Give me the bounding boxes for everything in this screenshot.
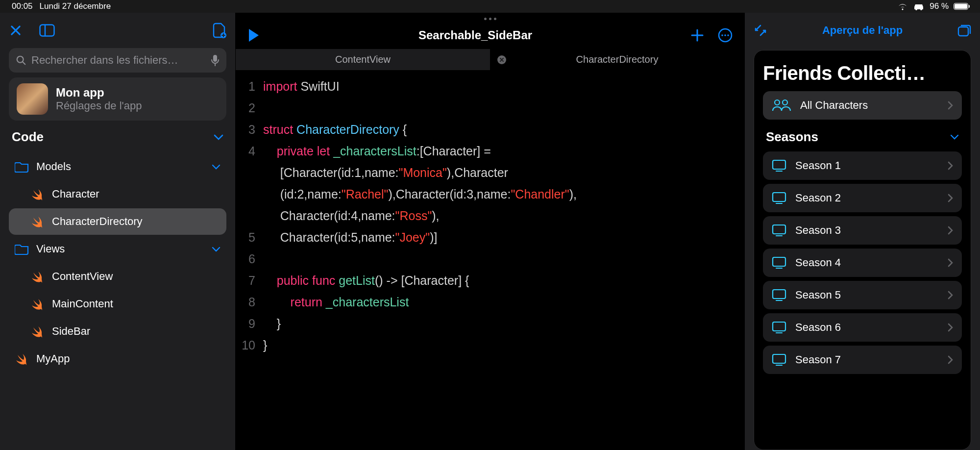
tv-icon — [772, 321, 786, 334]
season-row[interactable]: Season 1 — [763, 151, 962, 180]
chevron-right-icon — [948, 161, 953, 170]
search-input-container[interactable] — [9, 48, 226, 73]
season-label: Season 2 — [795, 192, 841, 204]
chevron-right-icon — [948, 355, 953, 364]
season-row[interactable]: Season 3 — [763, 216, 962, 245]
season-row[interactable]: Season 6 — [763, 313, 962, 342]
folder-label: Models — [36, 160, 71, 173]
season-label: Season 4 — [795, 256, 841, 269]
folder-views[interactable]: Views — [9, 236, 226, 262]
season-row[interactable]: Season 5 — [763, 281, 962, 309]
svg-rect-20 — [773, 257, 785, 266]
line-gutter: 1 2 3 4 5 6 7 8 9 10 — [236, 75, 263, 450]
svg-rect-14 — [773, 160, 785, 169]
code-section-header[interactable]: Code — [9, 125, 226, 149]
tv-icon — [772, 224, 786, 237]
windows-icon[interactable] — [957, 24, 971, 37]
file-my-app[interactable]: MyApp — [9, 346, 226, 372]
svg-rect-0 — [40, 25, 54, 36]
app-preview: Friends Collecti… All Characters Seasons — [754, 50, 971, 450]
svg-rect-18 — [773, 225, 785, 234]
all-characters-row[interactable]: All Characters — [763, 91, 962, 120]
app-card-title: Mon app — [56, 86, 142, 100]
file-character[interactable]: Character — [9, 181, 226, 207]
svg-rect-16 — [773, 193, 785, 201]
folder-models[interactable]: Models — [9, 153, 226, 180]
sidebar-toggle-icon[interactable] — [39, 24, 55, 37]
editor-panel: Searchable_SideBar ContentView Character… — [235, 13, 745, 450]
search-icon — [16, 55, 26, 66]
swift-file-icon — [30, 187, 45, 201]
chevron-down-icon — [214, 134, 223, 140]
status-date: Lundi 27 décembre — [40, 1, 111, 11]
file-label: Character — [52, 188, 99, 200]
tab-content-view[interactable]: ContentView — [236, 49, 490, 70]
chevron-down-icon — [950, 134, 959, 140]
chevron-right-icon — [948, 226, 953, 235]
project-title: Searchable_SideBar — [269, 28, 682, 42]
season-row[interactable]: Season 7 — [763, 346, 962, 374]
preview-title: Aperçu de l'app — [822, 24, 903, 37]
tv-icon — [772, 289, 786, 301]
close-tab-icon[interactable] — [497, 55, 507, 65]
new-file-icon[interactable] — [213, 23, 226, 38]
drag-handle-icon[interactable] — [236, 13, 744, 22]
status-time: 00:05 — [12, 1, 33, 11]
people-icon — [772, 99, 791, 112]
chevron-down-icon — [212, 247, 220, 252]
file-character-directory[interactable]: CharacterDirectory — [9, 208, 226, 235]
svg-point-12 — [775, 100, 780, 105]
more-options-icon[interactable] — [718, 28, 733, 43]
carplay-icon — [913, 2, 925, 10]
chevron-down-icon — [212, 164, 220, 170]
swift-file-icon — [30, 297, 45, 311]
add-button[interactable] — [690, 28, 704, 42]
file-label: MainContent — [52, 298, 113, 310]
status-bar: 00:05 Lundi 27 décembre 96 % — [0, 0, 980, 13]
folder-icon — [15, 243, 29, 255]
app-icon — [17, 83, 48, 115]
code-editor[interactable]: 1 2 3 4 5 6 7 8 9 10 import SwiftUI stru… — [236, 71, 744, 450]
tv-icon — [772, 256, 786, 269]
tab-character-directory[interactable]: CharacterDirectory — [490, 49, 744, 70]
mic-icon[interactable] — [211, 54, 220, 66]
swift-file-icon — [30, 269, 45, 284]
code-body[interactable]: import SwiftUI struct CharacterDirectory… — [263, 75, 744, 450]
swift-file-icon — [30, 324, 45, 339]
folder-label: Views — [36, 243, 65, 255]
season-label: Season 1 — [795, 159, 841, 172]
chevron-right-icon — [948, 258, 953, 267]
season-label: Season 6 — [795, 321, 841, 334]
svg-rect-24 — [773, 322, 785, 331]
run-button[interactable] — [247, 28, 260, 43]
navigator-panel: Mon app Réglages de l'app Code Models — [0, 13, 235, 450]
tv-icon — [772, 353, 786, 366]
file-content-view[interactable]: ContentView — [9, 263, 226, 290]
chevron-right-icon — [948, 291, 953, 300]
chevron-right-icon — [948, 323, 953, 332]
preview-panel: Aperçu de l'app Friends Collecti… All Ch… — [745, 13, 980, 450]
season-row[interactable]: Season 4 — [763, 249, 962, 277]
file-sidebar[interactable]: SideBar — [9, 318, 226, 345]
app-card-subtitle: Réglages de l'app — [56, 100, 142, 112]
all-characters-label: All Characters — [800, 99, 868, 112]
season-row[interactable]: Season 2 — [763, 184, 962, 212]
file-main-content[interactable]: MainContent — [9, 291, 226, 317]
folder-icon — [15, 161, 29, 173]
chevron-right-icon — [948, 101, 953, 110]
svg-rect-11 — [958, 27, 968, 36]
seasons-section-header[interactable]: Seasons — [763, 126, 962, 145]
close-icon[interactable] — [9, 24, 23, 37]
season-label: Season 3 — [795, 224, 841, 237]
search-input[interactable] — [31, 54, 206, 67]
svg-rect-5 — [213, 55, 217, 62]
season-label: Season 7 — [795, 353, 841, 366]
code-section-label: Code — [12, 129, 44, 145]
svg-point-9 — [727, 34, 729, 36]
  file-label: SideBar — [52, 325, 90, 338]
expand-preview-icon[interactable] — [754, 24, 767, 37]
app-settings-card[interactable]: Mon app Réglages de l'app — [9, 77, 226, 121]
swift-file-icon — [15, 351, 29, 366]
preview-heading: Friends Collecti… — [763, 62, 962, 84]
season-list: Season 1 Season 2 Season 3 Season 4 Seas… — [763, 151, 962, 374]
